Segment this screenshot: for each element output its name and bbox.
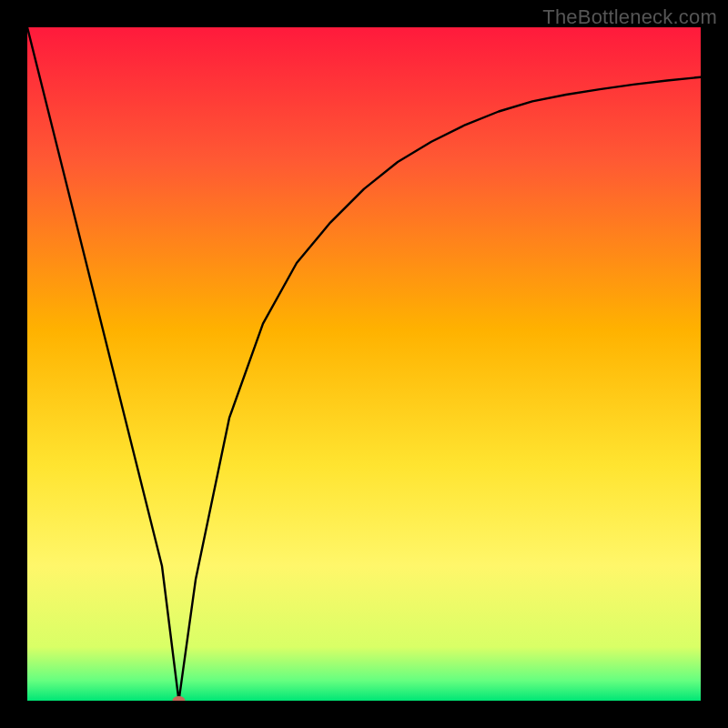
chart-frame: TheBottleneck.com [0, 0, 728, 728]
watermark-text: TheBottleneck.com [542, 5, 717, 29]
bottleneck-chart [27, 27, 701, 701]
plot-area [27, 27, 701, 701]
gradient-background [27, 27, 701, 701]
